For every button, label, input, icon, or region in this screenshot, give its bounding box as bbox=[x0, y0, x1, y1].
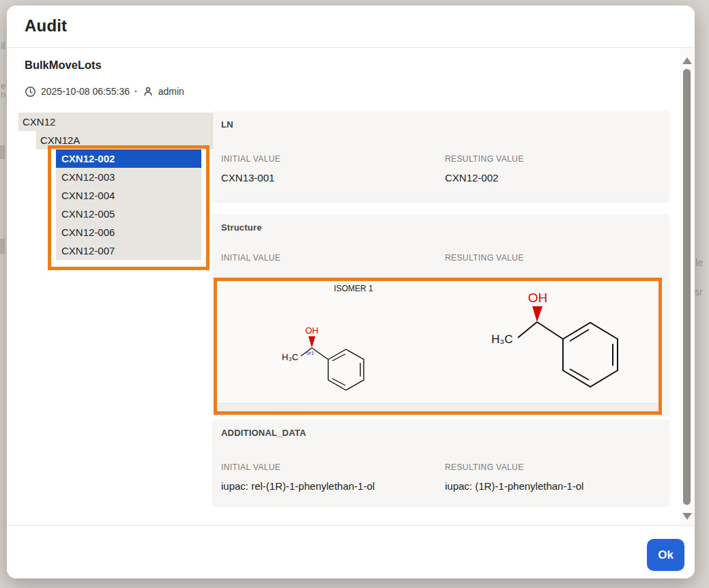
background-text-fragment: sr bbox=[695, 286, 703, 297]
tree-lot-item[interactable]: CXN12-007 bbox=[56, 241, 201, 260]
dialog-header: Audit bbox=[7, 5, 695, 48]
tree-lot-item[interactable]: CXN12-002 bbox=[56, 149, 201, 168]
structure-footer-strip bbox=[217, 403, 659, 411]
panel-title: LN bbox=[221, 119, 233, 130]
hydroxyl-label: OH bbox=[528, 291, 548, 305]
clock-icon bbox=[25, 86, 36, 98]
meta-separator: · bbox=[134, 86, 138, 97]
audit-dialog: Audit BulkMoveLots 2025-10-08 06:55:36 ·… bbox=[7, 5, 695, 578]
background-text-fragment: n bbox=[1, 89, 5, 100]
resulting-value: iupac: (1R)-1-phenylethan-1-ol bbox=[445, 480, 583, 492]
audit-user: admin bbox=[158, 86, 184, 97]
methyl-label: H₃C bbox=[282, 352, 298, 362]
change-panel-ln: LN INITIAL VALUE RESULTING VALUE CXN13-0… bbox=[213, 111, 669, 201]
resulting-value-label: RESULTING VALUE bbox=[445, 462, 524, 472]
lots-highlight-box: CXN12-002 CXN12-003 CXN12-004 CXN12-005 … bbox=[48, 145, 209, 270]
ok-button[interactable]: Ok bbox=[647, 539, 684, 571]
audit-meta: 2025-10-08 06:55:36 · admin bbox=[25, 85, 184, 98]
scroll-up-arrow-icon[interactable] bbox=[682, 57, 692, 64]
tree-lot-item[interactable]: CXN12-005 bbox=[56, 205, 201, 223]
tree-lot-item[interactable]: CXN12-006 bbox=[56, 223, 201, 241]
hydroxyl-label: OH bbox=[305, 325, 319, 336]
background-divider bbox=[0, 145, 5, 159]
resulting-value: CXN12-002 bbox=[445, 172, 498, 183]
initial-value: CXN13-001 bbox=[221, 172, 274, 183]
methyl-label: H₃C bbox=[491, 333, 512, 346]
tree-lot-item[interactable]: CXN12-004 bbox=[56, 186, 201, 205]
tree-lot-item[interactable]: CXN12-003 bbox=[56, 168, 201, 186]
dialog-title: Audit bbox=[25, 16, 67, 35]
initial-value-label: INITIAL VALUE bbox=[221, 462, 280, 472]
tree-node-root[interactable]: CXN12 bbox=[18, 113, 214, 131]
initial-value-label: INITIAL VALUE bbox=[221, 253, 280, 263]
initial-value-label: INITIAL VALUE bbox=[221, 154, 280, 164]
stereo-wedge-bond bbox=[532, 306, 542, 322]
initial-value: iupac: rel-(1R)-1-phenylethan-1-ol bbox=[221, 480, 375, 492]
panel-title: ADDITIONAL_DATA bbox=[221, 428, 306, 438]
background-text-fragment: il bbox=[1, 40, 5, 51]
panel-title: Structure bbox=[221, 222, 262, 233]
scroll-down-arrow-icon[interactable] bbox=[682, 513, 692, 520]
change-panel-additional-data: ADDITIONAL_DATA INITIAL VALUE RESULTING … bbox=[213, 420, 669, 505]
operation-title: BulkMoveLots bbox=[25, 59, 102, 72]
stereo-wedge-bond bbox=[308, 336, 315, 348]
background-text-fragment: le bbox=[695, 256, 704, 268]
audit-timestamp: 2025-10-08 06:55:36 bbox=[41, 86, 130, 97]
molecule-drawings: H₃C OH or1 H₃C OH bbox=[217, 281, 659, 402]
scrollbar-thumb[interactable] bbox=[683, 69, 691, 505]
resulting-value-label: RESULTING VALUE bbox=[445, 253, 524, 263]
background-divider bbox=[0, 239, 5, 254]
stereo-flag-label: or1 bbox=[306, 350, 315, 356]
structure-highlight-box: ISOMER 1 H₃C OH or1 bbox=[214, 278, 662, 415]
scrollbar bbox=[680, 48, 694, 525]
user-icon bbox=[143, 86, 154, 97]
resulting-value-label: RESULTING VALUE bbox=[445, 154, 524, 164]
dialog-footer: Ok bbox=[7, 525, 695, 578]
